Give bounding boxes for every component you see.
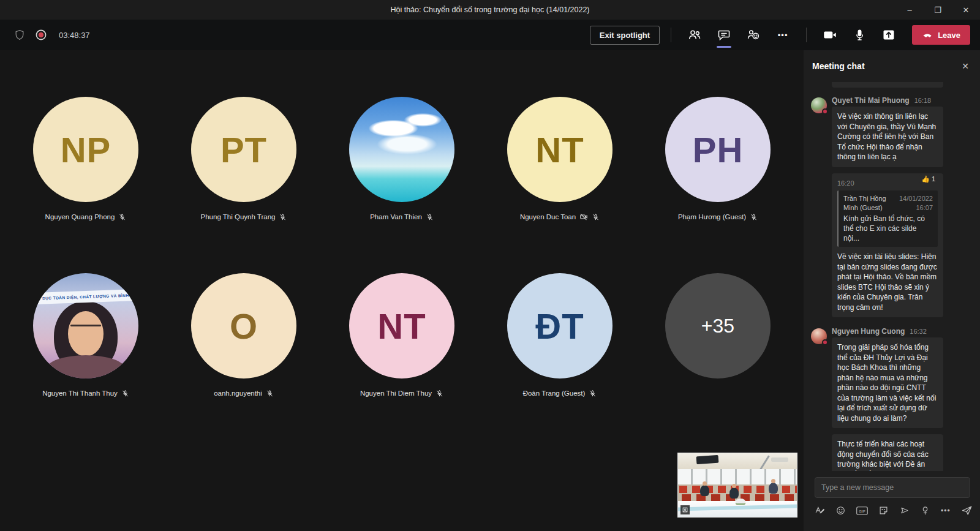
message-bubble: Trong giải pháp số hóa tổng thể của ĐH T… — [832, 337, 943, 428]
quote-author: Trần Thị Hồng Minh (Guest) — [843, 194, 895, 213]
thumbs-up-reaction[interactable]: 👍 1 — [919, 173, 938, 185]
message-bubble: Về việc xin thông tin liên lạc với Chuyê… — [832, 107, 943, 167]
message-time: 16:32 — [910, 328, 927, 335]
clipped-earlier-message — [832, 82, 943, 88]
exit-spotlight-button[interactable]: Exit spotlight — [590, 26, 660, 45]
participant-name: Nguyen Thi Diem Thuy — [360, 390, 432, 397]
meeting-toolbar: 03:48:37 Exit spotlight ••• — [0, 20, 980, 50]
participant-tile[interactable]: NP Nguyen Quang Phong — [7, 97, 165, 273]
overflow-participants-tile[interactable]: +35 — [639, 273, 797, 450]
chat-close-icon[interactable]: ✕ — [962, 61, 969, 71]
participants-button[interactable] — [682, 24, 707, 46]
toolbar-divider — [806, 28, 807, 42]
room-flowers — [736, 499, 745, 505]
quoted-message: Trần Thị Hồng Minh (Guest) 14/01/2022 16… — [837, 190, 938, 247]
camera-button[interactable] — [818, 24, 842, 46]
meeting-chat-panel: Meeting chat ✕ Quyet Thi Mai Phuong 16:1… — [804, 50, 980, 531]
avatar: ĐT — [507, 273, 612, 378]
share-content-button[interactable] — [876, 24, 901, 46]
chat-message: Quyet Thi Mai Phuong 16:18 Về việc xin t… — [811, 96, 973, 167]
hang-up-icon — [922, 29, 933, 40]
avatar: NP — [33, 97, 138, 202]
chat-button[interactable] — [712, 24, 736, 46]
avatar-initials: PH — [693, 129, 744, 170]
participant-name: Pham Van Thien — [370, 213, 422, 220]
praise-icon[interactable] — [920, 505, 930, 516]
avatar-initials: PT — [221, 129, 267, 170]
avatar: NT — [349, 273, 454, 378]
room-windows — [678, 469, 797, 484]
title-bar: Hội thảo: Chuyển đổi số trong trường đại… — [0, 0, 980, 20]
room-person — [729, 488, 739, 499]
portrait-face — [68, 311, 104, 356]
leave-label: Leave — [938, 31, 960, 40]
participant-tile[interactable]: NT Nguyen Duc Toan — [481, 97, 639, 273]
portrait-banner-text: DỤC TOÀN DIỆN, CHẤT LƯỢNG VÀ BÌNH — [33, 289, 138, 305]
mic-muted-icon — [266, 390, 274, 397]
participant-name: oanh.nguyenthi — [214, 390, 262, 397]
mic-muted-icon — [750, 213, 758, 221]
chat-message-input[interactable] — [815, 477, 970, 498]
portrait-body — [47, 355, 125, 378]
gif-label: GIF — [859, 508, 865, 513]
microphone-button[interactable] — [847, 24, 872, 46]
more-actions-button[interactable]: ••• — [771, 24, 795, 46]
overflow-label: +35 — [701, 315, 734, 337]
avatar-initials: NT — [535, 129, 584, 170]
recording-indicator-icon — [34, 28, 48, 42]
message-time: 16:20 — [837, 178, 854, 189]
restore-button[interactable]: ❐ — [924, 0, 952, 20]
chat-header: Meeting chat ✕ — [804, 50, 980, 78]
minimize-button[interactable]: – — [895, 0, 924, 20]
sticker-icon[interactable] — [878, 505, 889, 516]
toolbar-divider — [671, 28, 671, 42]
room-tv — [696, 455, 719, 464]
participant-tile[interactable]: PH Phạm Hương (Guest) — [639, 97, 797, 273]
mic-muted-icon — [435, 390, 443, 397]
chat-title: Meeting chat — [812, 61, 865, 71]
avatar: O — [191, 273, 296, 378]
mic-muted-icon — [118, 213, 126, 221]
emoji-icon[interactable] — [835, 505, 846, 516]
leave-button[interactable]: Leave — [912, 25, 970, 45]
composer-more-icon[interactable]: ••• — [941, 507, 951, 515]
participant-name: Đoàn Trang (Guest) — [523, 390, 586, 397]
thumbs-up-icon: 👍 — [921, 174, 930, 184]
participant-name: Phung Thi Quynh Trang — [201, 213, 276, 220]
participant-tile[interactable]: NT Nguyen Thi Diem Thuy — [323, 273, 481, 450]
participant-tile[interactable]: Pham Van Thien — [323, 97, 481, 273]
reactions-button[interactable] — [741, 24, 766, 46]
chat-active-underline — [717, 46, 731, 48]
avatar-photo-sky — [349, 97, 454, 202]
window-controls: – ❐ ✕ — [895, 0, 980, 20]
mic-muted-icon — [121, 390, 129, 397]
format-icon[interactable] — [815, 505, 825, 516]
message-bubble: Thực tế triển khai các hoạt động chuyển … — [832, 434, 943, 471]
message-author: Quyet Thi Mai Phuong — [832, 96, 910, 105]
shield-icon — [13, 29, 26, 41]
room-video-thumbnail[interactable] — [677, 453, 797, 518]
chat-message-list[interactable]: Quyet Thi Mai Phuong 16:18 Về việc xin t… — [804, 82, 980, 471]
quote-datetime: 14/01/2022 16:07 — [899, 194, 933, 213]
avatar-initials: ĐT — [535, 306, 584, 347]
participant-tile[interactable]: ĐT Đoàn Trang (Guest) — [481, 273, 639, 450]
gif-icon[interactable]: GIF — [856, 506, 868, 516]
mic-muted-icon — [592, 213, 600, 221]
participant-tile[interactable]: O oanh.nguyenthi — [165, 273, 323, 450]
send-icon[interactable] — [961, 505, 973, 516]
avatar-photo-person: DỤC TOÀN DIỆN, CHẤT LƯỢNG VÀ BÌNH — [33, 273, 138, 378]
participant-name: Nguyen Duc Toan — [520, 213, 576, 220]
presence-busy-badge — [822, 108, 828, 115]
chat-message: Nguyen Hung Cuong 16:32 Trong giải pháp … — [811, 327, 973, 428]
close-button[interactable]: ✕ — [952, 0, 980, 20]
participant-tile[interactable]: PT Phung Thi Quynh Trang — [165, 97, 323, 273]
stream-icon[interactable] — [899, 505, 910, 516]
video-stage: NP Nguyen Quang Phong PT Phung Thi Quynh… — [0, 50, 804, 531]
mic-muted-icon — [589, 390, 597, 397]
spotlight-indicator-icon — [680, 505, 690, 514]
participant-tile[interactable]: DỤC TOÀN DIỆN, CHẤT LƯỢNG VÀ BÌNH Nguyen… — [7, 273, 165, 450]
chat-message: 16:20 👍 1 Trần Thị Hồng Minh (Guest) 14/… — [811, 173, 973, 318]
mic-muted-icon — [279, 213, 287, 221]
room-person — [700, 485, 709, 496]
meeting-timer: 03:48:37 — [59, 31, 90, 40]
